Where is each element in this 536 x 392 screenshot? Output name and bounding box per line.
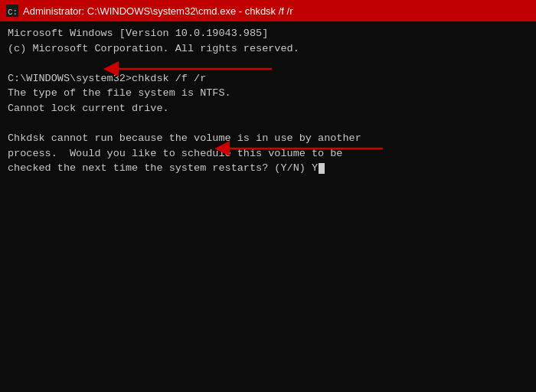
line-1: Microsoft Windows [Version 10.0.19043.98…	[8, 26, 528, 41]
title-bar: C:\ Administrator: C:\WINDOWS\system32\c…	[0, 0, 536, 21]
line-6: Cannot lock current drive.	[8, 101, 528, 116]
line-2: (c) Microsoft Corporation. All rights re…	[8, 41, 528, 57]
cmd-icon: C:\	[6, 5, 18, 17]
svg-text:C:\: C:\	[8, 8, 18, 17]
cmd-window: C:\ Administrator: C:\WINDOWS\system32\c…	[0, 0, 536, 392]
line-5: The type of the file system is NTFS.	[8, 86, 528, 101]
arrow2	[218, 138, 387, 159]
line-7	[8, 116, 528, 131]
line-10: checked the next time the system restart…	[8, 161, 528, 176]
terminal-body[interactable]: Microsoft Windows [Version 10.0.19043.98…	[0, 21, 536, 392]
arrow1	[107, 58, 276, 80]
cursor	[319, 163, 325, 174]
title-bar-text: Administrator: C:\WINDOWS\system32\cmd.e…	[23, 5, 530, 17]
